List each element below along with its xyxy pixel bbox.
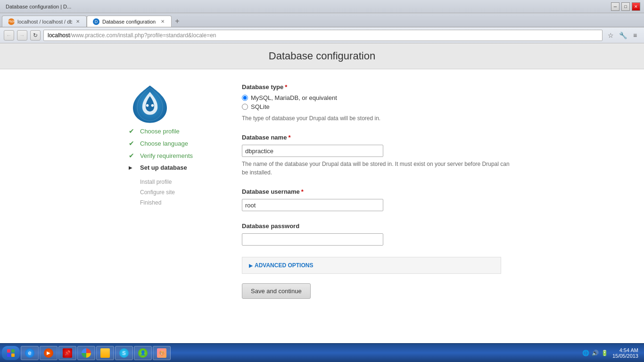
start-button[interactable] [2,346,20,360]
radio-sqlite[interactable] [242,104,248,110]
page-header: Database configuration [0,43,644,69]
svg-point-0 [146,104,149,107]
arrow-icon-database: ▶ [129,165,136,170]
radio-mysql[interactable] [242,95,248,101]
tab-close-drupal[interactable]: ✕ [160,18,165,25]
sidebar-step-choose-language: ✔ Choose language [129,140,223,147]
sidebar-step-verify-requirements: ✔ Verify requirements [129,152,223,159]
svg-rect-3 [11,349,15,353]
taskbar-clock: 4:54 AM 15/05/2013 [612,347,638,359]
forward-button[interactable]: → [17,30,27,41]
address-path: /www.practice.com/install.php?profile=st… [70,32,216,39]
db-name-required: * [288,134,290,141]
maximize-button[interactable]: □ [621,2,630,11]
page-title: Database configuration [9,50,635,62]
svg-rect-4 [7,354,10,357]
address-host: localhost [48,32,70,39]
taskbar-app-people[interactable]: 👤 [134,346,152,360]
db-name-section: Database name* The name of the database … [242,134,515,177]
db-username-input[interactable] [242,199,383,211]
taskbar-app-paint[interactable]: 🎨 [153,346,171,360]
battery-icon: 🔋 [601,349,609,357]
window-controls: ─ □ ✕ [611,2,640,11]
taskbar-app-folder[interactable] [96,346,114,360]
tab-favicon-drupal: D [93,18,99,25]
sidebar-step-label-profile: Choose profile [140,128,180,135]
address-bar[interactable]: localhost/www.practice.com/install.php?p… [43,30,603,41]
taskbar-right: 🌐 🔊 🔋 4:54 AM 15/05/2013 [582,347,642,359]
taskbar-app-chrome[interactable] [77,346,95,360]
new-tab-button[interactable]: + [172,16,183,27]
refresh-button[interactable]: ↻ [30,30,41,41]
db-type-help: The type of database your Drupal data wi… [242,114,515,123]
radio-option-mysql[interactable]: MySQL, MariaDB, or equivalent [242,94,515,101]
sidebar-step-label-install: Install profile [140,179,172,185]
db-username-required: * [301,188,304,195]
sidebar-step-install-profile: Install profile [140,179,223,185]
tab-bar: PMA localhost / localhost / dbp... ✕ D D… [0,13,644,27]
pin-icon: 📌 [63,348,72,358]
radio-option-sqlite[interactable]: SQLite [242,103,515,110]
tab-label-drupal: Database configuration | D... [102,19,157,25]
ie-icon: e [25,348,34,358]
sidebar-step-label-database: Set up database [140,164,187,171]
taskbar-app-media[interactable]: ▶ [40,346,58,360]
people-icon: 👤 [138,348,148,358]
db-name-input[interactable] [242,145,383,157]
taskbar-system-icons: 🌐 🔊 🔋 [582,349,609,357]
taskbar-app-pin[interactable]: 📌 [58,346,76,360]
sidebar-step-configure-site: Configure site [140,189,223,196]
skype-icon: S [119,348,129,358]
sidebar-step-choose-profile: ✔ Choose profile [129,127,223,135]
drupal-logo [129,83,223,127]
sidebar-step-label-verify: Verify requirements [140,152,193,159]
address-text: localhost/www.practice.com/install.php?p… [48,32,216,39]
tab-drupal[interactable]: D Database configuration | D... ✕ [87,16,172,27]
window-title: Database configuration | D... [4,4,611,9]
db-type-section: Database type* MySQL, MariaDB, or equiva… [242,83,515,123]
check-icon-language: ✔ [129,140,136,147]
main-form: Database type* MySQL, MariaDB, or equiva… [242,83,515,299]
sidebar-step-label-configure: Configure site [140,189,175,196]
db-username-label: Database username* [242,188,515,195]
db-type-required: * [285,83,287,90]
close-button[interactable]: ✕ [632,2,640,11]
db-name-help: The name of the database your Drupal dat… [242,160,515,177]
sidebar-step-label-finished: Finished [140,199,161,206]
taskbar-apps: e ▶ 📌 S 👤 🎨 [21,346,581,360]
db-password-label: Database password [242,222,515,230]
db-type-radio-group: MySQL, MariaDB, or equivalent SQLite [242,94,515,110]
menu-button[interactable]: ≡ [630,30,640,41]
volume-icon: 🔊 [592,349,599,357]
title-bar: Database configuration | D... ─ □ ✕ [0,0,644,13]
advanced-options-toggle[interactable]: ▶ ADVANCED OPTIONS [242,257,501,274]
page-body: ✔ Choose profile ✔ Choose language ✔ Ver… [110,69,534,313]
radio-sqlite-label: SQLite [251,103,270,110]
taskbar-app-ie[interactable]: e [21,346,39,360]
svg-point-1 [151,104,154,107]
taskbar: e ▶ 📌 S 👤 🎨 [0,343,644,362]
bookmark-button[interactable]: ☆ [605,30,616,41]
tab-pma[interactable]: PMA localhost / localhost / dbp... ✕ [2,16,87,27]
tab-close-pma[interactable]: ✕ [75,18,81,25]
save-continue-button[interactable]: Save and continue [242,283,311,299]
radio-mysql-label: MySQL, MariaDB, or equivalent [251,94,337,101]
extensions-button[interactable]: 🔧 [618,30,628,41]
back-button[interactable]: ← [4,30,14,41]
svg-rect-2 [7,349,10,353]
taskbar-date-display: 15/05/2013 [612,353,638,359]
tab-favicon-pma: PMA [8,18,15,25]
taskbar-time-display: 4:54 AM [612,347,638,353]
tab-label-pma: localhost / localhost / dbp... [17,19,72,25]
windows-logo-icon [7,349,15,357]
browser-window: Database configuration | D... ─ □ ✕ PMA … [0,0,644,362]
taskbar-app-skype[interactable]: S [115,346,133,360]
chrome-icon [82,348,91,358]
advanced-options-title: ▶ ADVANCED OPTIONS [249,262,494,269]
nav-bar: ← → ↻ localhost/www.practice.com/install… [0,27,644,43]
network-icon: 🌐 [582,349,590,357]
db-password-input[interactable] [242,233,383,246]
sidebar-steps: ✔ Choose profile ✔ Choose language ✔ Ver… [129,127,223,206]
minimize-button[interactable]: ─ [611,2,619,11]
nav-right-buttons: ☆ 🔧 ≡ [605,30,640,41]
